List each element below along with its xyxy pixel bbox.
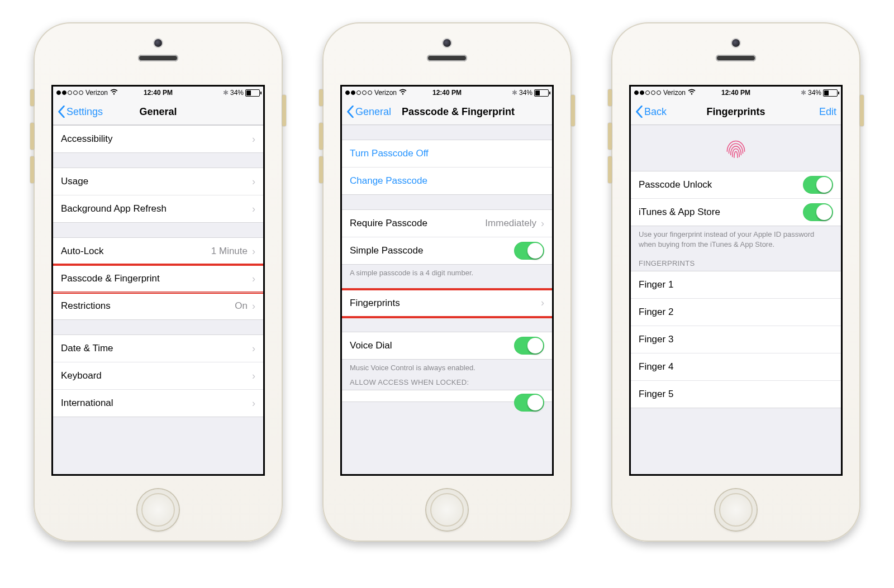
status-bar: Verizon 12:40 PM ✱ 34%: [631, 87, 841, 99]
row-label: Finger 1: [639, 279, 673, 290]
row-label: Finger 3: [639, 334, 673, 345]
row-label: Finger 5: [639, 389, 673, 400]
volume-up: [319, 123, 323, 150]
nav-bar: Settings General: [53, 99, 263, 125]
status-bar: Verizon 12:40 PM ✱ 34%: [53, 87, 263, 99]
power-button: [860, 95, 864, 126]
row-change-passcode[interactable]: Change Passcode: [342, 167, 552, 194]
stage: Verizon 12:40 PM ✱ 34% Settings General …: [0, 0, 894, 588]
toggle-on[interactable]: [803, 203, 833, 221]
row-finger[interactable]: Finger 5: [631, 380, 841, 408]
row-label: Turn Passcode Off: [350, 148, 429, 159]
volume-up: [608, 123, 612, 150]
settings-body[interactable]: Accessibility › Usage › Background App R…: [53, 125, 263, 475]
chevron-right-icon: ›: [252, 246, 255, 257]
row-international[interactable]: International ›: [53, 389, 263, 417]
row-require-passcode[interactable]: Require Passcode Immediately ›: [342, 210, 552, 237]
settings-body[interactable]: Passcode Unlock iTunes & App Store Use y…: [631, 125, 841, 475]
row-fingerprints[interactable]: Fingerprints ›: [342, 290, 552, 317]
row-label: Require Passcode: [350, 218, 427, 229]
volume-down: [30, 156, 34, 183]
row-itunes-app-store[interactable]: iTunes & App Store: [631, 198, 841, 226]
row-date-time[interactable]: Date & Time ›: [53, 335, 263, 362]
chevron-right-icon: ›: [252, 300, 255, 312]
mute-switch: [608, 89, 612, 106]
row-value: 1 Minute: [211, 246, 248, 257]
back-button[interactable]: General: [346, 106, 391, 118]
row-keyboard[interactable]: Keyboard ›: [53, 362, 263, 389]
home-button[interactable]: [137, 489, 179, 530]
earpiece: [138, 55, 178, 61]
toggle-on[interactable]: [514, 337, 544, 355]
status-time: 12:40 PM: [631, 89, 841, 97]
row-turn-passcode-off[interactable]: Turn Passcode Off: [342, 140, 552, 167]
row-label: Passcode & Fingerprint: [61, 273, 160, 284]
row-label: Change Passcode: [350, 175, 427, 187]
volume-up: [30, 123, 34, 150]
phone-frame-1: Verizon 12:40 PM ✱ 34% Settings General …: [34, 22, 283, 542]
volume-down: [319, 156, 323, 183]
chevron-right-icon: ›: [541, 218, 544, 230]
front-camera: [443, 39, 451, 47]
toggle-on[interactable]: [803, 176, 833, 194]
row-finger[interactable]: Finger 1: [631, 271, 841, 298]
row-label: Voice Dial: [350, 340, 392, 351]
toggle-on[interactable]: [514, 242, 544, 260]
nav-bar: Back Fingerprints Edit: [631, 99, 841, 125]
row-voice-dial[interactable]: Voice Dial: [342, 332, 552, 359]
home-button[interactable]: [715, 489, 757, 530]
battery-icon: [245, 89, 260, 97]
mute-switch: [319, 89, 323, 106]
toggle-on[interactable]: [514, 394, 544, 412]
row-passcode-fingerprint[interactable]: Passcode & Fingerprint ›: [53, 265, 263, 292]
screen-1: Verizon 12:40 PM ✱ 34% Settings General …: [51, 85, 265, 476]
battery-icon: [823, 89, 838, 97]
home-button[interactable]: [426, 489, 468, 530]
row-auto-lock[interactable]: Auto-Lock 1 Minute ›: [53, 238, 263, 265]
group-footer: Use your fingerprint instead of your App…: [631, 226, 841, 251]
row-label: Keyboard: [61, 370, 102, 381]
back-button[interactable]: Back: [635, 106, 667, 118]
row-finger[interactable]: Finger 4: [631, 353, 841, 380]
row-restrictions[interactable]: Restrictions On ›: [53, 292, 263, 319]
chevron-right-icon: ›: [252, 176, 255, 188]
row-finger[interactable]: Finger 3: [631, 326, 841, 353]
row-value: Immediately: [485, 218, 536, 229]
row-label: iTunes & App Store: [639, 207, 720, 218]
back-label: Back: [644, 106, 667, 118]
row-label: Restrictions: [61, 300, 111, 312]
mute-switch: [30, 89, 34, 106]
row-label: Finger 2: [639, 307, 673, 318]
chevron-right-icon: ›: [252, 343, 255, 355]
row-usage[interactable]: Usage ›: [53, 168, 263, 195]
row-accessibility[interactable]: Accessibility ›: [53, 126, 263, 152]
nav-bar: General Passcode & Fingerprint: [342, 99, 552, 125]
front-camera: [732, 39, 740, 47]
row-background-app-refresh[interactable]: Background App Refresh ›: [53, 195, 263, 222]
front-camera: [154, 39, 162, 47]
group-footer: A simple passcode is a 4 digit number.: [342, 265, 552, 280]
row-finger[interactable]: Finger 2: [631, 298, 841, 326]
back-button[interactable]: Settings: [58, 106, 103, 118]
status-time: 12:40 PM: [342, 89, 552, 97]
edit-button[interactable]: Edit: [819, 106, 836, 118]
back-label: General: [355, 106, 391, 118]
power-button: [571, 95, 575, 126]
chevron-right-icon: ›: [252, 370, 255, 382]
row-simple-passcode[interactable]: Simple Passcode: [342, 237, 552, 264]
row-label: Fingerprints: [350, 298, 400, 309]
row-label: Passcode Unlock: [639, 179, 712, 190]
chevron-right-icon: ›: [252, 203, 255, 215]
group-header: ALLOW ACCESS WHEN LOCKED:: [342, 375, 552, 390]
settings-body[interactable]: Turn Passcode Off Change Passcode Requir…: [342, 125, 552, 475]
row-passcode-unlock[interactable]: Passcode Unlock: [631, 171, 841, 198]
volume-down: [608, 156, 612, 183]
earpiece: [427, 55, 467, 61]
row-label: Simple Passcode: [350, 245, 423, 256]
chevron-right-icon: ›: [252, 273, 255, 285]
row-label: International: [61, 398, 113, 409]
row-label: Finger 4: [639, 361, 673, 372]
screen-3: Verizon 12:40 PM ✱ 34% Back Fingerprints…: [629, 85, 843, 476]
group-footer: Music Voice Control is always enabled.: [342, 360, 552, 375]
chevron-right-icon: ›: [541, 297, 544, 309]
